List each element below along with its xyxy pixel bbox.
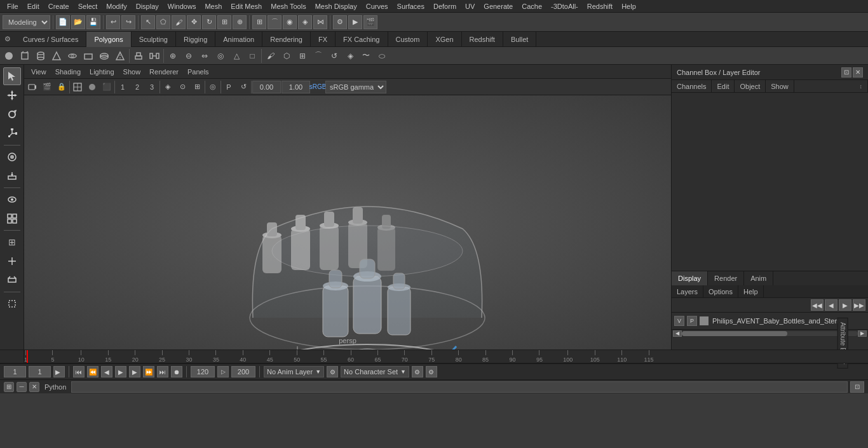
layer-scroll-thumb[interactable] [682,331,787,336]
cone-btn[interactable] [49,48,64,64]
layer-play-btn-0[interactable]: P [687,316,697,326]
3d-viewport[interactable]: X Y Z persp [24,95,671,350]
next-btn[interactable]: ▶ [839,299,851,311]
render-btn[interactable]: ▶ [348,15,362,29]
scroll-right-btn[interactable]: ▶ [858,330,867,337]
film-icon[interactable]: 🎬 [40,80,54,94]
add-subtract-btn[interactable] [3,252,21,270]
menu-create[interactable]: Create [44,0,74,13]
channel-btn-show[interactable]: Show [766,80,794,93]
torus-btn[interactable] [65,48,80,64]
vp-menu-panels[interactable]: Panels [183,65,214,79]
menu-uv[interactable]: UV [461,0,479,13]
display-1-btn[interactable]: 1 [116,80,130,94]
char-set-select[interactable]: No Character Set ▼ [341,366,409,377]
vp-menu-lighting[interactable]: Lighting [85,65,119,79]
sub-tab-options[interactable]: Options [703,285,738,298]
tab-fx-caching[interactable]: FX Caching [336,32,388,47]
display-2-btn[interactable]: 2 [130,80,144,94]
triangulate-btn[interactable]: △ [229,48,244,64]
tab-polygons[interactable]: Polygons [86,32,131,47]
move-tool-btn[interactable]: ✥ [187,15,201,29]
channel-btn-object[interactable]: Object [735,80,766,93]
menu-edit[interactable]: Edit [23,0,44,13]
paint-sel-btn[interactable]: 🖌 [172,15,186,29]
menu-help[interactable]: Help [617,0,641,13]
snap-curve-btn[interactable]: ⌒ [268,15,281,29]
twist-btn[interactable]: ↺ [327,48,342,64]
step-fwd-btn[interactable]: ⏩ [143,366,154,377]
orbit-btn[interactable]: ↺ [236,80,250,94]
tab-curves-surfaces[interactable]: Curves / Surfaces [15,32,86,47]
sine-btn[interactable]: 〜 [358,48,374,64]
exposure-input[interactable] [252,81,281,93]
snap-point-btn[interactable]: ◉ [283,15,297,29]
rotate-tool[interactable] [3,105,21,123]
win-icon-btn[interactable]: ⊞ [4,382,14,392]
win-close-btn[interactable]: ✕ [29,382,39,392]
anim-layer-select[interactable]: No Anim Layer ▼ [264,366,324,377]
lattice-btn[interactable]: ⊞ [295,48,310,64]
rotate-tool-btn[interactable]: ↻ [202,15,216,29]
flare-btn[interactable]: ◈ [342,48,358,64]
bend-btn[interactable]: ⌒ [311,48,326,64]
camera-icon[interactable] [25,80,39,94]
snap-view-btn[interactable]: ◈ [298,15,312,29]
scroll-left-btn[interactable]: ◀ [673,330,682,337]
go-end-btn[interactable]: ⏭ [157,366,168,377]
menu-mesh[interactable]: Mesh [200,0,226,13]
menu-deform[interactable]: Deform [429,0,461,13]
new-scene-btn[interactable]: 📄 [56,15,70,29]
vp-menu-show[interactable]: Show [119,65,146,79]
cube-btn[interactable] [17,48,32,64]
menu-windows[interactable]: Windows [163,0,201,13]
sub-tab-layers[interactable]: Layers [672,285,703,298]
command-input[interactable] [71,381,848,393]
universal-manip-btn[interactable]: ⊕ [233,15,247,29]
workspace-select[interactable]: Modeling [3,15,50,29]
wireframe-btn[interactable] [71,80,85,94]
sphere-btn[interactable] [1,48,17,64]
next-key-btn[interactable]: ▶ [129,366,140,377]
move-tool[interactable] [3,86,21,104]
range-indicator[interactable]: ▷ [217,366,229,377]
frame-current-input[interactable] [29,366,51,377]
render-settings-btn[interactable]: ⚙ [333,15,347,29]
vp-menu-renderer[interactable]: Renderer [145,65,183,79]
panel-close-btn[interactable]: ✕ [853,67,863,78]
menu-generate[interactable]: Generate [479,0,517,13]
tab-fx[interactable]: FX [311,32,336,47]
channel-btn-channels[interactable]: Channels [672,80,712,93]
plane-btn[interactable] [81,48,96,64]
quadrangulate-btn[interactable]: □ [245,48,260,64]
render-region-btn[interactable] [3,295,21,313]
record-btn[interactable]: ⏺ [171,366,182,377]
lock-icon[interactable]: 🔒 [55,80,69,94]
panel-float-btn[interactable]: ⊡ [841,67,851,78]
redo-btn[interactable]: ↪ [121,15,135,29]
channel-side-btn[interactable]: ↕ [855,80,869,93]
gamma-input[interactable] [281,81,310,93]
prev-layer-btn[interactable]: ◀◀ [811,299,824,311]
menu-redshift[interactable]: Redshift [583,0,617,13]
menu-curves[interactable]: Curves [362,0,393,13]
hud-btn[interactable]: ◎ [206,80,220,94]
scale-tool[interactable] [3,125,21,142]
disk-btn[interactable] [97,48,112,64]
layer-tab-render[interactable]: Render [708,271,744,285]
smooth-btn[interactable]: ◎ [213,48,228,64]
xray-btn[interactable]: ◈ [161,80,175,94]
menu-edit-mesh[interactable]: Edit Mesh [226,0,266,13]
tab-bullet[interactable]: Bullet [503,32,537,47]
ipr-btn[interactable]: 🎬 [363,15,377,29]
tab-rigging[interactable]: Rigging [176,32,215,47]
menu-modify[interactable]: Modify [102,0,131,13]
play-btn[interactable]: ▶ [115,366,126,377]
step-back-btn[interactable]: ⏪ [87,366,98,377]
layer-vis-btn-0[interactable]: V [674,316,684,326]
soft-select-tool[interactable] [3,148,21,166]
open-scene-btn[interactable]: 📂 [71,15,85,29]
select-tool[interactable] [3,67,21,85]
tab-rendering[interactable]: Rendering [262,32,311,47]
squash-btn[interactable]: ⬭ [374,48,390,64]
